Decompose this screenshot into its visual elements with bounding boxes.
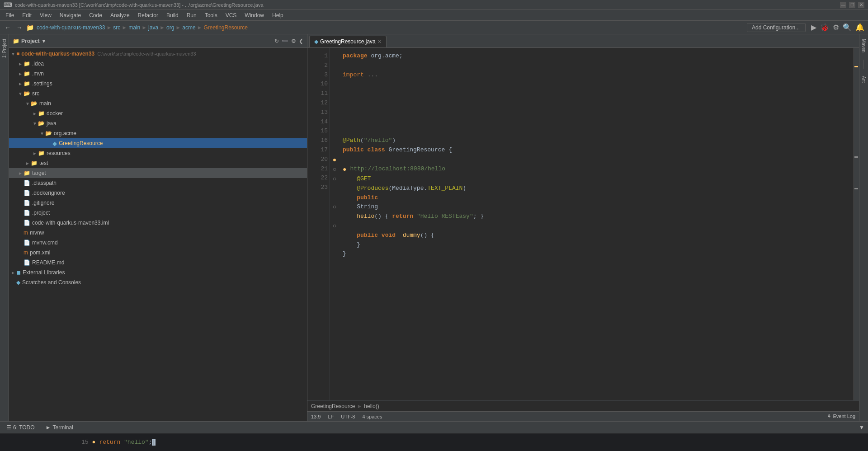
menu-build[interactable]: Build (163, 11, 182, 19)
sync-icon[interactable]: ↻ (274, 38, 279, 44)
code-line-2 (343, 61, 850, 70)
tree-settings-folder[interactable]: ► 📁 .settings (9, 79, 307, 89)
project-title[interactable]: Project ▼ (21, 38, 47, 44)
close-button[interactable]: ✕ (858, 2, 864, 8)
tree-pom[interactable]: m pom.xml (9, 248, 307, 258)
tree-mvnw-cmd[interactable]: 📄 mvnw.cmd (9, 238, 307, 248)
mini-code-bar: 15 ● return "hello";| (0, 433, 868, 451)
menu-vcs[interactable]: VCS (222, 11, 241, 19)
hide-panel-button[interactable]: ▼ (859, 424, 864, 431)
menu-analyze[interactable]: Analyze (107, 11, 133, 19)
window-controls[interactable]: — ☐ ✕ (840, 2, 864, 8)
editor-bc-method[interactable]: hello() (364, 403, 379, 409)
tree-readme[interactable]: 📄 README.md (9, 258, 307, 268)
tree-greetingresource[interactable]: ◆ GreetingResource (9, 138, 307, 148)
bc-java[interactable]: java (148, 24, 158, 31)
panel-close-icon[interactable]: ❮ (299, 38, 303, 44)
tree-dockerignore[interactable]: 📄 .dockerignore (9, 188, 307, 198)
tree-gitignore[interactable]: 📄 .gitignore (9, 198, 307, 208)
editor-tabs: ◆ GreetingResource.java ✕ (307, 34, 859, 48)
maximize-button[interactable]: ☐ (849, 2, 855, 8)
menu-help[interactable]: Help (269, 11, 287, 19)
code-line-11: public class GreetingResource { (343, 146, 850, 155)
tree-project-file[interactable]: 📄 .project (9, 208, 307, 218)
nav-bar: ← → 📁 code-with-quarkus-maven33 ► src ► … (0, 21, 868, 34)
forward-button[interactable]: → (14, 23, 24, 32)
add-configuration-button[interactable]: Add Configuration... (747, 23, 806, 32)
todo-tab[interactable]: ☰ 6: TODO (4, 423, 38, 432)
status-bar: 13:9 LF UTF-8 4 spaces ⚘ Event Log (307, 411, 859, 421)
menu-run[interactable]: Run (183, 11, 200, 19)
bc-src[interactable]: src (113, 24, 120, 31)
editor-bc-class[interactable]: GreetingResource (311, 403, 355, 409)
status-encoding[interactable]: UTF-8 (341, 414, 355, 419)
breadcrumb: 📁 code-with-quarkus-maven33 ► src ► main… (26, 24, 248, 31)
notifications-button[interactable]: 🔔 (854, 22, 865, 33)
editor-tab-greetingresource[interactable]: ◆ GreetingResource.java ✕ (309, 36, 387, 47)
terminal-tab[interactable]: ► Terminal (43, 423, 76, 432)
menu-edit[interactable]: Edit (19, 11, 35, 19)
mini-warning-icon: ● (92, 439, 96, 446)
maven-tab[interactable]: Maven (860, 36, 867, 55)
tree-resources[interactable]: ► 📁 resources (9, 148, 307, 158)
tree-src[interactable]: ▼ 📂 src (9, 89, 307, 99)
tree-idea[interactable]: ► 📁 .idea (9, 59, 307, 69)
tree-main[interactable]: ▼ 📂 main (9, 99, 307, 108)
editor-content: 1 2 3 10 11 12 13 14 15 16 17 20 21 (307, 48, 859, 400)
status-line-ending[interactable]: LF (328, 414, 334, 419)
code-gutter: ● ○ ○ ○ ○ (330, 48, 339, 400)
editor-scrollbar[interactable] (854, 48, 859, 400)
code-line-14: @Produces(MediaType.TEXT_PLAIN) (343, 184, 850, 193)
ant-tab[interactable]: Ant (860, 73, 867, 85)
bc-org[interactable]: org (166, 24, 174, 31)
tree-external-libs[interactable]: ► ◼ External Libraries (9, 268, 307, 277)
code-line-7 (343, 108, 850, 117)
event-log-button[interactable]: ⚘ Event Log (827, 413, 855, 419)
tree-iml[interactable]: 📄 code-with-quarkus-maven33.iml (9, 218, 307, 228)
bc-main[interactable]: main (128, 24, 140, 31)
collapse-icon[interactable]: ➖ (282, 38, 288, 44)
tree-test[interactable]: ► 📁 test (9, 158, 307, 168)
back-button[interactable]: ← (3, 23, 13, 32)
tree-docker[interactable]: ► 📁 docker (9, 108, 307, 118)
code-line-15: public (343, 193, 850, 203)
code-editor[interactable]: package org.acme; import ... @Path("/hel… (339, 48, 854, 400)
menu-file[interactable]: File (2, 11, 18, 19)
tree-mvn[interactable]: ► 📁 .mvn (9, 69, 307, 79)
bc-greetingresource[interactable]: GreetingResource (203, 24, 247, 31)
menu-view[interactable]: View (36, 11, 55, 19)
project-tab[interactable]: 1: Project (1, 36, 8, 61)
tree-target[interactable]: ► 📁 target (9, 168, 307, 178)
code-line-16: String (343, 202, 850, 212)
tree-root[interactable]: ▼ ■ code-with-quarkus-maven33 C:\work\sr… (9, 49, 307, 59)
settings-button[interactable]: ⚙ (832, 22, 840, 33)
menu-navigate[interactable]: Navigate (56, 11, 85, 19)
code-line-17: hello() { return "Hello RESTEasy"; } (343, 212, 850, 221)
bc-acme[interactable]: acme (182, 24, 195, 31)
menu-code[interactable]: Code (85, 11, 106, 19)
menu-window[interactable]: Window (241, 11, 268, 19)
tree-mvnw[interactable]: m mvnw (9, 228, 307, 238)
status-position[interactable]: 13:9 (311, 414, 321, 419)
project-tree: ▼ ■ code-with-quarkus-maven33 C:\work\sr… (9, 48, 307, 421)
search-button[interactable]: 🔍 (842, 22, 853, 33)
menu-refactor[interactable]: Refactor (134, 11, 162, 19)
list-icon: ☰ (6, 424, 11, 431)
java-file-icon: ◆ (314, 38, 318, 45)
debug-button[interactable]: 🐞 (819, 22, 830, 33)
menu-tools[interactable]: Tools (201, 11, 221, 19)
mini-code-content[interactable]: return "hello";| (99, 439, 156, 446)
minimize-button[interactable]: — (840, 2, 846, 8)
tree-org-acme[interactable]: ▼ 📂 org.acme (9, 128, 307, 138)
tree-java-folder[interactable]: ▼ 📂 java (9, 118, 307, 128)
gear-icon[interactable]: ⚙ (291, 38, 296, 44)
bc-project[interactable]: code-with-quarkus-maven33 (37, 24, 105, 31)
code-line-23: } (343, 249, 850, 259)
tree-classpath[interactable]: 📄 .classpath (9, 178, 307, 188)
tab-close-button[interactable]: ✕ (377, 39, 382, 45)
status-indent[interactable]: 4 spaces (362, 414, 382, 419)
run-button[interactable]: ▶ (810, 22, 817, 33)
project-header: 📁 Project ▼ ↻ ➖ ⚙ ❮ (9, 34, 307, 48)
terminal-icon: ► (46, 424, 51, 431)
tree-scratches[interactable]: ◆ Scratches and Consoles (9, 277, 307, 287)
